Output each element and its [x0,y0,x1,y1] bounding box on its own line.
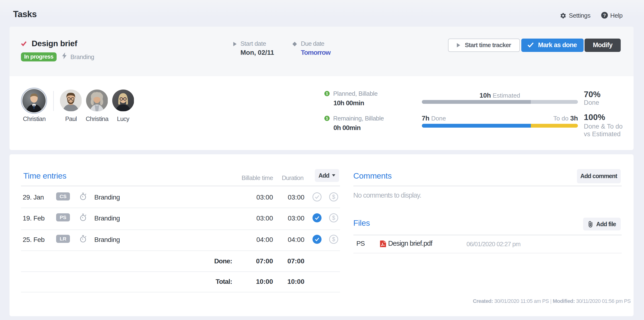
svg-text:?: ? [603,13,606,18]
svg-text:$: $ [326,116,328,120]
svg-text:$: $ [332,236,335,242]
svg-text:$: $ [332,194,335,200]
svg-text:$: $ [332,215,335,221]
svg-text:$: $ [326,91,328,95]
